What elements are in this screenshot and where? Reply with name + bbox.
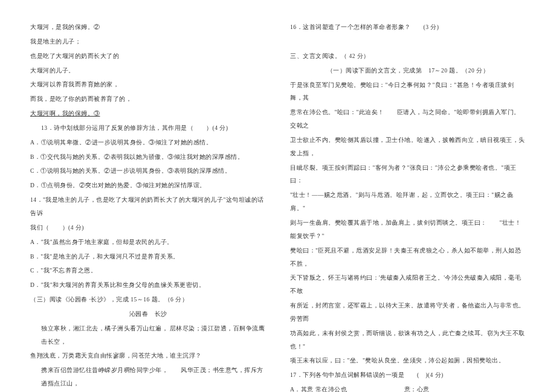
passage-line: 功高如此，未有封侯之赏，而听细说，欲诛有功之人，此亡秦之续耳。窃为大王不取也！" bbox=[290, 327, 526, 354]
passage-line: 意常在沛公也。"哙曰："此迫矣！ 臣请入，与之同命。"哙即带剑拥盾入军门。交戟之 bbox=[290, 106, 526, 133]
option-d: D．"我"和大堰河的养育关系比和生身父母的血缘关系更密切。 bbox=[30, 279, 266, 292]
question-14: 14．"我是地主的儿子，也是吃了大堰河的奶而长大了的大堰河的儿子"这句坦诚的话告… bbox=[30, 194, 266, 220]
right-column: 16．这首词塑造了一个怎样的革命者形象？ (3 分) 三、文言文阅读。（ 42 … bbox=[290, 21, 526, 392]
poem-title: 沁园春 长沙 bbox=[30, 308, 266, 321]
question-17: 17．下列各句中加点词解释错误的一项是 ( )(4 分) bbox=[290, 369, 526, 382]
poem-line: 大堰河，是我的保姆。② bbox=[30, 21, 266, 34]
passage-line: 项王未有以应，曰："坐。"樊哙从良坐。坐须臾，沛公起如厕，因招樊哙出。 bbox=[290, 355, 526, 368]
option-a: A．①说明其卑微。②进一步说明其身份。③倾注了对她的感情。 bbox=[30, 137, 266, 150]
option-c: C．"我"不忘养育之恩。 bbox=[30, 265, 266, 278]
option-d: D．①点明身份。②突出对她的热爱。③倾注对她的深情厚谊。 bbox=[30, 179, 266, 193]
subsection-heading: （一）阅读下面的文言文，完成第 17～20 题。（20 分） bbox=[290, 65, 526, 78]
passage-line: 樊哙曰："臣死且不避，卮酒安足辞！夫秦王有虎狼之心，杀人如不能举，刑人如恐不胜， bbox=[290, 245, 526, 271]
option-a: A．"我"虽然出身于地主家庭，但却是农民的儿子。 bbox=[30, 236, 266, 249]
poem-body: 携来百侣曾游忆往昔峥嵘岁月稠恰同学少年， 风华正茂；书生意气，挥斥方遒指点江山， bbox=[30, 364, 266, 391]
question-13: 13．诗中划线部分运用了反复的修辞方法，其作用是（ ）(4 分) bbox=[30, 122, 266, 135]
passage-line: 目眦尽裂。项王按剑而跽曰："客何为者？"张良曰："沛公之参乘樊哙者也。"项王曰： bbox=[290, 162, 526, 188]
poem-body: 独立寒秋，湘江北去，橘子洲头看万山红遍， 层林尽染；漫江碧透，百舸争流鹰击长空， bbox=[30, 323, 266, 349]
option-b: B．①交代我与她的关系。②表明我以她为骄傲。③倾注我对她的深厚感情。 bbox=[30, 151, 266, 164]
option-c: C．①说明我与她的关系。②进一步说明其身份。③表明我的深厚感情。 bbox=[30, 165, 266, 178]
poem-line: 大堰河的儿子。 bbox=[30, 65, 266, 78]
poem-line: 我是地主的儿子； bbox=[30, 36, 266, 49]
option-a: A．其意 常在沛公也 意：心意 bbox=[290, 384, 526, 392]
passage-line: "壮士！——赐之卮酒。"则与斗卮酒。哙拜谢，起，立而饮之。项王曰："赐之彘肩。" bbox=[290, 189, 526, 216]
question-14-cont: 我们（ ）(4 分) bbox=[30, 222, 266, 235]
passage-line: 则与一生彘肩。樊哙覆其盾于地，加彘肩上，拔剑切而啖之。项王曰： "壮士！能复饮乎… bbox=[290, 217, 526, 243]
section-3-heading: 三、文言文阅读。（ 42 分） bbox=[290, 50, 526, 63]
option-b: B．"我"是地主的儿子，和大堰河只不过是养育关系。 bbox=[30, 251, 266, 264]
section-3-intro: （三）阅读《沁园春 ·长沙》，完成 15～16 题。（6 分） bbox=[30, 294, 266, 307]
passage-line: 卫士欲止不内。樊哙侧其盾以撞，卫士仆地。哙遂入，披帷西向立，瞋目视项王，头发上指… bbox=[290, 134, 526, 161]
poem-line: 也是吃了大堰河的奶而长大了的 bbox=[30, 50, 266, 63]
passage-line: 天下皆叛之。怀王与诸将约曰：'先破秦入咸阳者王之。'今沛公先破秦入咸阳，毫毛不敢 bbox=[290, 272, 526, 298]
poem-line: 大堰河以养育我而养育她的家， bbox=[30, 79, 266, 92]
passage-line: 于是张良至军门见樊哙。樊哙曰："今日之事何如？"良曰："甚急！今者项庄拔剑舞，其 bbox=[290, 79, 526, 106]
poem-line: 而我，是吃了你的奶而被养育了的， bbox=[30, 93, 266, 106]
passage-line: 有所近，封闭宫室，还军霸上，以待大王来。故遣将守关者，备他盗出入与非常也。劳苦而 bbox=[290, 300, 526, 326]
question-16: 16．这首词塑造了一个怎样的革命者形象？ (3 分) bbox=[290, 21, 526, 34]
spacer bbox=[290, 36, 526, 49]
poem-line-underlined: 大堰河啊，我的保姆。③ bbox=[30, 108, 266, 121]
poem-body: 鱼翔浅底，万类霜天竞自由怅寥廓，问苍茫大地，谁主沉浮？ bbox=[30, 350, 266, 363]
left-column: 大堰河，是我的保姆。② 我是地主的儿子； 也是吃了大堰河的奶而长大了的 大堰河的… bbox=[30, 21, 266, 392]
